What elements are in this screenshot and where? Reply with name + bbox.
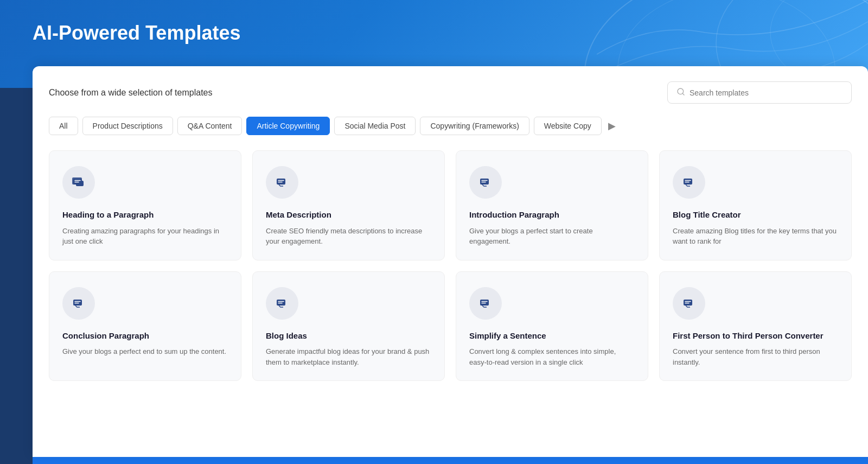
template-card-blog-title[interactable]: Blog Title Creator Create amazing Blog t… bbox=[659, 150, 852, 260]
page-title: AI-Powered Templates bbox=[33, 22, 835, 45]
card-icon-first-third bbox=[673, 287, 705, 320]
svg-rect-9 bbox=[480, 179, 489, 185]
card-desc-meta: Create SEO friendly meta descriptions to… bbox=[266, 226, 431, 247]
svg-rect-8 bbox=[277, 179, 285, 185]
svg-rect-14 bbox=[684, 300, 692, 306]
template-card-conclusion[interactable]: Conclusion Paragraph Give your blogs a p… bbox=[49, 271, 241, 382]
template-card-heading-paragraph[interactable]: Heading to a Paragraph Creating amazing … bbox=[49, 150, 241, 260]
card-title-conclusion: Conclusion Paragraph bbox=[62, 330, 228, 341]
svg-rect-10 bbox=[684, 179, 692, 185]
svg-rect-12 bbox=[277, 300, 285, 306]
card-icon-simplify bbox=[469, 287, 502, 320]
templates-grid-row1: Heading to a Paragraph Creating amazing … bbox=[49, 150, 852, 260]
main-panel: Choose from a wide selection of template… bbox=[33, 66, 868, 457]
card-desc-first-third: Convert your sentence from first to thir… bbox=[673, 346, 838, 367]
tab-website-copy[interactable]: Website Copy bbox=[534, 117, 602, 135]
card-icon-blog-ideas bbox=[266, 287, 298, 320]
card-desc-intro: Give your blogs a perfect start to creat… bbox=[469, 226, 635, 247]
card-title-meta: Meta Description bbox=[266, 209, 431, 220]
card-icon-conclusion bbox=[62, 287, 95, 320]
svg-rect-11 bbox=[73, 300, 82, 306]
tabs-row: All Product Descriptions Q&A Content Art… bbox=[49, 117, 852, 135]
tab-copywriting-frameworks[interactable]: Copywriting (Frameworks) bbox=[420, 117, 529, 135]
tab-product-descriptions[interactable]: Product Descriptions bbox=[82, 117, 173, 135]
template-card-introduction[interactable]: Introduction Paragraph Give your blogs a… bbox=[456, 150, 648, 260]
search-icon bbox=[676, 87, 685, 98]
svg-rect-13 bbox=[480, 300, 489, 306]
card-desc-blog-ideas: Generate impactful blog ideas for your b… bbox=[266, 346, 431, 367]
card-icon-blog-title bbox=[673, 166, 705, 199]
card-title-first-third: First Person to Third Person Converter bbox=[673, 330, 838, 341]
templates-grid-row2: Conclusion Paragraph Give your blogs a p… bbox=[49, 271, 852, 382]
template-card-first-third[interactable]: First Person to Third Person Converter C… bbox=[659, 271, 852, 382]
card-icon-meta bbox=[266, 166, 298, 199]
tab-all[interactable]: All bbox=[49, 117, 78, 135]
card-desc-conclusion: Give your blogs a perfect end to sum up … bbox=[62, 346, 228, 357]
card-title-heading: Heading to a Paragraph bbox=[62, 209, 228, 220]
panel-subtitle: Choose from a wide selection of template… bbox=[49, 88, 212, 98]
panel-header: Choose from a wide selection of template… bbox=[49, 81, 852, 104]
template-card-simplify[interactable]: Simplify a Sentence Convert long & compl… bbox=[456, 271, 648, 382]
svg-rect-7 bbox=[73, 179, 82, 185]
svg-line-3 bbox=[682, 93, 684, 95]
tabs-more-arrow[interactable]: ▶ bbox=[606, 120, 618, 132]
card-icon-intro bbox=[469, 166, 502, 199]
search-box[interactable] bbox=[667, 81, 852, 104]
card-title-blog-title: Blog Title Creator bbox=[673, 209, 838, 220]
card-desc-blog-title: Create amazing Blog titles for the key t… bbox=[673, 226, 838, 247]
tab-qa-content[interactable]: Q&A Content bbox=[177, 117, 242, 135]
tab-article-copywriting[interactable]: Article Copywriting bbox=[246, 117, 330, 135]
tab-social-media-post[interactable]: Social Media Post bbox=[334, 117, 416, 135]
template-card-blog-ideas[interactable]: Blog Ideas Generate impactful blog ideas… bbox=[252, 271, 445, 382]
card-title-simplify: Simplify a Sentence bbox=[469, 330, 635, 341]
template-card-meta-description[interactable]: Meta Description Create SEO friendly met… bbox=[252, 150, 445, 260]
card-icon-heading bbox=[62, 166, 95, 199]
card-title-intro: Introduction Paragraph bbox=[469, 209, 635, 220]
card-desc-heading: Creating amazing paragraphs for your hea… bbox=[62, 226, 228, 247]
search-input[interactable] bbox=[690, 88, 843, 97]
card-desc-simplify: Convert long & complex sentences into si… bbox=[469, 346, 635, 367]
card-title-blog-ideas: Blog Ideas bbox=[266, 330, 431, 341]
